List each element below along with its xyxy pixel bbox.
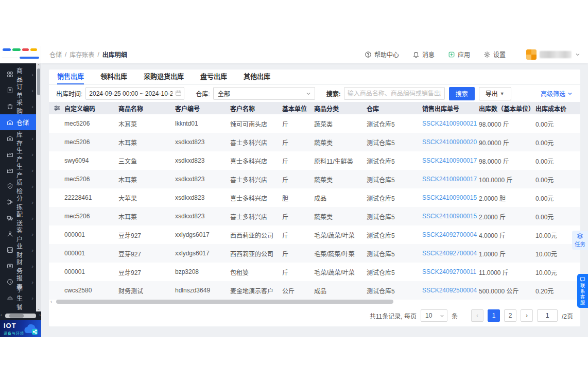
page-button-2[interactable]: 2 bbox=[504, 309, 516, 322]
apps-button[interactable]: 应用 bbox=[448, 50, 470, 59]
tab-1[interactable]: 领料出库 bbox=[100, 70, 127, 84]
cell-product_name: 财务测试 bbox=[118, 281, 175, 300]
breadcrumb-item[interactable]: 出库明细 bbox=[102, 50, 127, 59]
sidebar-item-5[interactable]: 生产› bbox=[0, 146, 36, 162]
production-icon bbox=[7, 151, 13, 158]
cell-customer_code: xsdkxd823 bbox=[175, 133, 230, 151]
prev-page-button[interactable]: ‹ bbox=[471, 309, 483, 322]
customer-service-label: 联系客服 bbox=[579, 283, 586, 306]
table-row[interactable]: mec5206木耳菜xsdkxd823喜士多科兴店斤蔬菜类测试仓库5SSCK24… bbox=[49, 207, 580, 225]
sidebar-item-9[interactable]: 配送› bbox=[0, 210, 36, 226]
column-settings-button[interactable] bbox=[49, 102, 64, 114]
sidebar-item-0[interactable]: 商品› bbox=[0, 66, 36, 82]
table-row[interactable]: mec5206木耳菜xsdkxd823喜士多科兴店斤蔬菜类测试仓库5SSCK24… bbox=[49, 170, 580, 188]
gear-icon bbox=[483, 51, 491, 58]
column-customer_code: 客户编号 bbox=[175, 102, 230, 114]
table-row[interactable]: 22228461大苹果xsdkxd823喜士多科兴店胆成品测试仓库5SSCK24… bbox=[49, 188, 580, 207]
breadcrumb-item[interactable]: 仓储 bbox=[49, 50, 62, 59]
cell-category: 原料11/生鲜类 bbox=[314, 151, 367, 170]
cell-base_unit: 胆 bbox=[282, 188, 314, 207]
cell-order_no: SSCK24100900015 bbox=[422, 207, 479, 225]
cloud-icon bbox=[23, 323, 40, 336]
user-menu[interactable] bbox=[526, 49, 581, 60]
tab-2[interactable]: 采购退货出库 bbox=[144, 70, 184, 84]
table-row[interactable]: mec5206木耳菜lkkntd01辣可可南头店斤蔬菜类测试仓库5SSCK241… bbox=[49, 114, 580, 133]
table-row[interactable]: 000001豆芽927xxlydgs6017西西莉亚的公司斤毛菜/蔬菜/叶菜测试… bbox=[49, 244, 580, 263]
tabs: 销售出库领料出库采购退货出库盘亏出库其他出库 bbox=[49, 70, 580, 85]
table-row[interactable]: 000001豆芽927bzp3208包租婆斤毛菜/蔬菜/叶菜测试仓库5SSCK2… bbox=[49, 263, 580, 281]
table-horizontal-scrollbar[interactable]: ‹ › bbox=[49, 300, 580, 305]
search-input[interactable] bbox=[344, 87, 445, 100]
iot-banner[interactable]: IOT 设备与环境 bbox=[0, 320, 41, 337]
sidebar-item-4[interactable]: 库存› bbox=[0, 130, 36, 146]
search-button[interactable]: 搜索 bbox=[449, 87, 475, 100]
chevron-right-icon: › bbox=[31, 151, 33, 158]
settings-button[interactable]: 设置 bbox=[483, 50, 506, 59]
order-link[interactable]: SSCK24092700011 bbox=[422, 268, 476, 275]
order-link[interactable]: SSCK24100900017 bbox=[422, 157, 477, 164]
sidebar-item-6[interactable]: 生产› bbox=[0, 162, 36, 178]
sidebar-item-11[interactable]: 业财› bbox=[0, 242, 36, 258]
sidebar-vertical-scrollbar[interactable]: ⌃⌄ bbox=[36, 63, 41, 311]
order-link[interactable]: SSCK24100900017 bbox=[422, 176, 477, 183]
sidebar-item-10[interactable]: 客户› bbox=[0, 226, 36, 242]
table-row[interactable]: swy6094三文鱼xsdkxd823喜士多科兴店斤原料11/生鲜类测试仓库5S… bbox=[49, 151, 580, 170]
sidebar-item-14[interactable]: 学生餐› bbox=[0, 290, 36, 306]
order-link[interactable]: SSCK24100900020 bbox=[422, 138, 477, 146]
warehouse-select[interactable]: 全部 bbox=[213, 87, 315, 100]
advanced-filter-link[interactable]: 高级筛选 bbox=[541, 89, 573, 98]
export-button[interactable]: 导出 ▼ bbox=[479, 87, 511, 100]
sidebar-item-1[interactable]: 订单› bbox=[0, 82, 36, 98]
customer-service-fab[interactable]: 联系客服 bbox=[577, 274, 588, 308]
tab-0[interactable]: 销售出库 bbox=[57, 70, 84, 84]
cell-customer_code: xxlydgs6017 bbox=[175, 244, 230, 263]
sidebar: 商品›订单›采购›仓储›库存›生产›生产›质检›分拣›配送›客户›业财›财务›报… bbox=[0, 63, 41, 320]
order-link[interactable]: SSCK24100900015 bbox=[422, 194, 477, 201]
table-row[interactable]: 000001豆芽927xxlydgs6017西西莉亚的公司斤毛菜/蔬菜/叶菜测试… bbox=[49, 225, 580, 244]
cell-qty: 11.0000 斤 bbox=[479, 263, 535, 281]
table-row[interactable]: mec5206木耳菜xsdkxd823喜士多科兴店斤蔬菜类测试仓库5SSCK24… bbox=[49, 133, 580, 151]
order-link[interactable]: SSCK24100900021 bbox=[422, 120, 477, 127]
messages-button[interactable]: 消息 bbox=[412, 50, 435, 59]
chevron-right-icon: › bbox=[31, 135, 33, 142]
order-link[interactable]: SSCK24092500004 bbox=[422, 287, 477, 294]
report-icon bbox=[7, 279, 13, 285]
cell-customer_name: 麦金地演示客户 bbox=[230, 281, 282, 300]
tab-3[interactable]: 盘亏出库 bbox=[200, 70, 227, 84]
cell-warehouse: 测试仓库5 bbox=[367, 170, 422, 188]
sidebar-item-3[interactable]: 仓储› bbox=[0, 114, 41, 130]
sidebar-item-2[interactable]: 采购› bbox=[0, 98, 36, 114]
cell-custom_code: cwcs2580 bbox=[64, 281, 118, 300]
column-base_unit: 基本单位 bbox=[282, 102, 314, 114]
cell-customer_code: xxlydgs6017 bbox=[175, 225, 230, 244]
sidebar-item-8[interactable]: 分拣› bbox=[0, 194, 36, 210]
date-range-wrap bbox=[85, 87, 184, 100]
date-range-input[interactable] bbox=[85, 87, 184, 100]
sidebar-item-12[interactable]: 财务› bbox=[0, 258, 36, 274]
scrollbar-thumb[interactable] bbox=[56, 300, 393, 304]
chevron-right-icon: › bbox=[31, 199, 33, 205]
order-link[interactable]: SSCK24092700004 bbox=[422, 231, 477, 238]
calendar-icon bbox=[175, 90, 182, 96]
order-link[interactable]: SSCK24100900015 bbox=[422, 213, 477, 220]
next-page-button[interactable]: › bbox=[521, 309, 533, 322]
page-size-select[interactable]: 10 bbox=[421, 309, 447, 322]
task-fab[interactable]: 任务 bbox=[572, 231, 588, 250]
column-warehouse: 仓库 bbox=[367, 102, 422, 114]
scroll-left-icon[interactable]: ‹ bbox=[1, 312, 2, 318]
help-center-button[interactable]: 帮助中心 bbox=[365, 50, 399, 59]
scroll-right-icon[interactable]: › bbox=[39, 312, 41, 318]
cell-product_name: 木耳菜 bbox=[118, 170, 175, 188]
page-jump-input[interactable] bbox=[537, 309, 558, 322]
page-button-1[interactable]: 1 bbox=[488, 309, 500, 322]
cell-cost: 0.00元 bbox=[535, 133, 580, 151]
sidebar-item-7[interactable]: 质检› bbox=[0, 178, 36, 194]
cell-category: 毛菜/蔬菜/叶菜 bbox=[314, 244, 367, 263]
tab-4[interactable]: 其他出库 bbox=[244, 70, 270, 84]
breadcrumb-item[interactable]: 库存账表 bbox=[70, 50, 94, 59]
sidebar-horizontal-scrollbar[interactable]: ‹ › bbox=[0, 311, 41, 320]
order-link[interactable]: SSCK24092700004 bbox=[422, 250, 477, 257]
order-icon bbox=[7, 87, 13, 94]
scroll-left-icon[interactable]: ‹ bbox=[50, 299, 52, 304]
table-row[interactable]: cwcs2580财务测试hdlnszd3649麦金地演示客户公斤成品测试仓库5S… bbox=[49, 281, 580, 300]
